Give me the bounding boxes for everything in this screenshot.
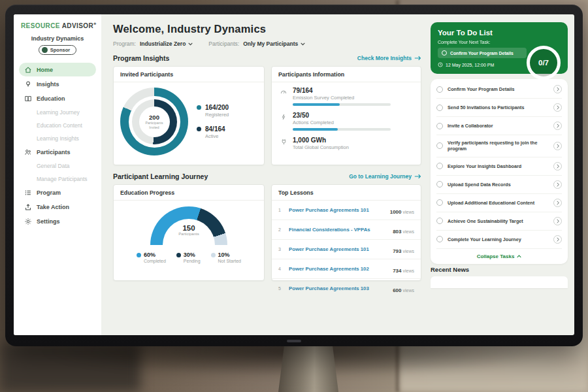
legend-item: 84/164 Active — [197, 125, 229, 139]
recent-news-card — [431, 276, 568, 288]
gauge-legend: 60% Completed 30% Pending 10% Not Starte… — [137, 252, 241, 263]
todo-task[interactable]: Verify participants requesting to join t… — [436, 135, 562, 157]
sidebar-item-home[interactable]: Home — [19, 63, 96, 76]
task-checkbox[interactable] — [436, 199, 443, 206]
card-title: Top Lessons — [272, 185, 421, 201]
todo-task[interactable]: Explore Your Insights Dashboard — [436, 157, 562, 176]
task-checkbox[interactable] — [436, 181, 443, 188]
task-checkbox[interactable] — [442, 50, 447, 56]
recent-news-title: Recent News — [431, 266, 568, 273]
sidebar-item-general-data[interactable]: General Data — [19, 159, 96, 172]
lesson-row: 4 Power Purchase Agreements 102 734views — [272, 259, 421, 279]
list-icon — [24, 189, 32, 197]
program-insights-cards: Invited Participants 200 Participants In… — [113, 66, 421, 165]
participants-select[interactable]: Only My Participants — [243, 41, 305, 47]
task-checkbox[interactable] — [436, 123, 443, 129]
legend-dot — [197, 105, 201, 110]
chevron-right-icon[interactable] — [553, 180, 562, 189]
task-checkbox[interactable] — [436, 163, 443, 169]
learning-journey-header: Participant Learning Journey Go to Learn… — [113, 172, 421, 180]
card-title: Participants Information — [272, 67, 421, 82]
program-filter-label: Program: — [113, 41, 136, 47]
task-checkbox[interactable] — [436, 236, 443, 242]
sidebar-item-label: Home — [37, 67, 53, 73]
progress-bar — [293, 128, 391, 131]
lesson-link[interactable]: Power Purchase Agreements 101 — [289, 246, 387, 252]
sidebar-item-take-action[interactable]: Take Action — [19, 200, 96, 214]
legend-item: 60% Completed — [137, 252, 166, 263]
collapse-tasks-button[interactable]: Collapse Tasks — [436, 249, 562, 263]
gauge-center-value: 150 — [150, 224, 227, 232]
task-checkbox[interactable] — [436, 218, 443, 224]
invited-participants-card: Invited Participants 200 Participants In… — [113, 66, 265, 165]
lesson-row: 2 Financial Considerations - VPPAs 803vi… — [272, 220, 421, 240]
todo-task[interactable]: Upload Spend Data Records — [436, 176, 562, 194]
lesson-link[interactable]: Power Purchase Agreements 102 — [289, 266, 387, 272]
progress-bar-fill — [293, 103, 340, 106]
sidebar-item-participants[interactable]: Participants — [19, 145, 96, 159]
legend-dot — [137, 253, 141, 257]
section-title: Participant Learning Journey — [113, 172, 208, 180]
todo-task[interactable]: Invite a Collaborator — [436, 117, 562, 135]
todo-task[interactable]: Achieve One Sustainability Target — [436, 212, 562, 231]
arrow-right-icon — [414, 56, 421, 61]
legend-dot — [197, 127, 201, 131]
sidebar-item-program[interactable]: Program — [19, 186, 96, 199]
sidebar-item-learning-journey[interactable]: Learning Journey — [19, 106, 96, 118]
sidebar-item-label: Take Action — [37, 204, 69, 210]
monitor-stand — [278, 344, 338, 392]
sidebar-item-insights[interactable]: Insights — [19, 77, 96, 91]
legend-item: 10% Not Started — [211, 252, 241, 263]
chevron-right-icon[interactable] — [553, 85, 562, 93]
sidebar-item-label: Education — [37, 95, 65, 102]
gear-icon — [24, 218, 32, 225]
task-checkbox[interactable] — [436, 105, 443, 111]
sidebar-item-learning-insights[interactable]: Learning Insights — [19, 132, 96, 144]
gauge-center-label: Participants — [150, 232, 227, 236]
todo-task[interactable]: Upload Additional Educational Content — [436, 194, 562, 212]
lesson-link[interactable]: Financial Considerations - VPPAs — [289, 227, 387, 233]
chevron-right-icon[interactable] — [553, 142, 562, 150]
sidebar-item-settings[interactable]: Settings — [19, 214, 96, 228]
lesson-row: 3 Power Purchase Agreements 101 793views — [272, 240, 421, 259]
go-to-learning-journey-link[interactable]: Go to Learning Journey — [349, 173, 421, 180]
task-checkbox[interactable] — [436, 142, 443, 149]
todo-task[interactable]: Send 50 Invitations to Participants — [436, 99, 562, 117]
task-checkbox[interactable] — [436, 86, 443, 93]
legend-dot — [176, 253, 181, 257]
sidebar: RESOURCE ADVISOR+ Industry Dynamics Spon… — [14, 14, 101, 335]
invited-participants-donut: 200 Participants Invited — [120, 88, 188, 155]
lesson-link[interactable]: Power Purchase Agreements 103 — [289, 286, 387, 291]
chevron-right-icon[interactable] — [553, 162, 562, 171]
progress-bar — [293, 103, 391, 106]
lesson-row: 5 Power Purchase Agreements 103 600views — [272, 279, 421, 298]
sidebar-item-education-content[interactable]: Education Content — [19, 119, 96, 131]
section-title: Program Insights — [113, 54, 169, 62]
sidebar-item-education[interactable]: Education — [19, 91, 96, 105]
next-task-chip[interactable]: Confirm Your Program Details — [438, 48, 527, 58]
info-row: 23/50 Actions Completed — [280, 112, 413, 131]
todo-task[interactable]: Complete Your Learning Journey — [436, 231, 562, 249]
lesson-link[interactable]: Power Purchase Agreements 101 — [289, 207, 385, 213]
todo-tasks-card: Confirm Your Program Details Send 50 Inv… — [431, 79, 568, 264]
plug-icon — [280, 138, 287, 150]
sidebar-item-label: Insights — [37, 81, 59, 88]
chevron-right-icon[interactable] — [553, 217, 562, 225]
program-select[interactable]: Industrialize Zero — [140, 41, 193, 47]
chevron-right-icon[interactable] — [553, 235, 562, 244]
lesson-row: 1 Power Purchase Agreements 101 1000view… — [272, 201, 421, 220]
sidebar-item-manage-participants[interactable]: Manage Participants — [19, 172, 96, 185]
chevron-right-icon[interactable] — [553, 122, 562, 130]
app-logo: RESOURCE ADVISOR+ — [19, 21, 96, 29]
upload-icon — [24, 203, 32, 211]
todo-task[interactable]: Confirm Your Program Details — [436, 80, 562, 99]
participants-information-card: Participants Information 79/164 Emission… — [271, 66, 421, 165]
check-more-insights-link[interactable]: Check More Insights — [357, 55, 421, 61]
chevron-up-icon — [517, 255, 521, 258]
chevron-right-icon[interactable] — [553, 199, 562, 207]
donut-center-label: Participants Invited — [143, 121, 165, 129]
chevron-right-icon[interactable] — [553, 103, 562, 112]
info-row: 1,000 GWh Total Global Consumption — [280, 137, 413, 150]
org-name: Industry Dynamics — [19, 35, 96, 42]
donut-legend: 164/200 Registered 84/164 Active — [197, 104, 229, 139]
